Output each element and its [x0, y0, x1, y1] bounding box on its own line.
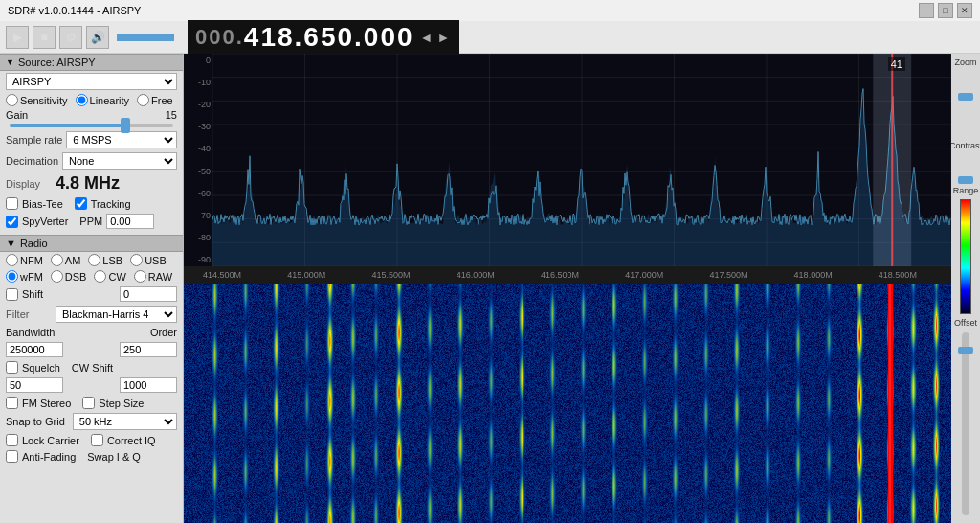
- squelch-checkbox[interactable]: [6, 361, 18, 374]
- freq-prefix: 000.: [195, 25, 244, 50]
- order-input[interactable]: [120, 342, 177, 357]
- cw-shift-label: CW Shift: [72, 362, 113, 374]
- dsb-option[interactable]: DSB: [51, 270, 87, 283]
- freq-left-arrow[interactable]: ◄: [420, 30, 435, 45]
- source-select[interactable]: AIRSPY: [6, 73, 177, 90]
- fm-stereo-label: FM Stereo: [22, 398, 71, 409]
- lock-carrier-checkbox[interactable]: [6, 434, 18, 446]
- play-button[interactable]: ▶: [6, 26, 29, 49]
- free-option[interactable]: Free: [137, 94, 173, 106]
- radio-title: Radio: [20, 238, 48, 249]
- freq-tick-6: 417.500M: [709, 270, 747, 280]
- anti-fading-row: Anti-Fading Swap I & Q: [0, 448, 183, 465]
- db-80: -80: [184, 233, 212, 242]
- contrast-label: Contrast: [949, 141, 980, 151]
- offset-slider[interactable]: [962, 332, 969, 515]
- tracking-checkbox[interactable]: [75, 197, 87, 210]
- window-controls: ─ □ ✕: [919, 3, 972, 18]
- close-button[interactable]: ✕: [957, 3, 972, 18]
- raw-option[interactable]: RAW: [134, 270, 172, 283]
- waterfall-area[interactable]: [184, 284, 951, 523]
- offset-thumb[interactable]: [958, 347, 973, 354]
- source-section-header[interactable]: ▼ Source: AIRSPY: [0, 54, 183, 71]
- db-0: 0: [184, 56, 212, 65]
- snap-row: Snap to Grid 50 kHz 1 kHz 5 kHz 10 kHz 1…: [0, 411, 183, 432]
- bias-tee-checkbox[interactable]: [6, 197, 18, 210]
- db-90: -90: [184, 255, 212, 264]
- filter-select[interactable]: Blackman-Harris 4 Hamming Hann: [56, 306, 177, 323]
- minimize-button[interactable]: ─: [919, 3, 934, 18]
- anti-fading-checkbox[interactable]: [6, 450, 18, 463]
- freq-right-arrow[interactable]: ►: [436, 30, 452, 45]
- restore-button[interactable]: □: [938, 3, 953, 18]
- wfm-option[interactable]: wFM: [6, 270, 43, 283]
- lock-correct-row: Lock Carrier Correct IQ: [0, 432, 183, 448]
- gain-slider-container: [0, 122, 183, 129]
- stop-button[interactable]: ■: [33, 26, 56, 49]
- bias-tee-row: Bias-Tee Tracking: [0, 195, 183, 212]
- decimation-label: Decimation: [6, 155, 58, 167]
- freq-tick-8: 418.500M: [879, 270, 917, 280]
- step-size-checkbox[interactable]: [82, 397, 95, 409]
- raw-label: RAW: [148, 271, 172, 283]
- decimation-select[interactable]: None 2x 4x: [62, 152, 177, 170]
- spectrum-area[interactable]: 0 -10 -20 -30 -40 -50 -60 -70 -80 -90 41…: [184, 54, 951, 284]
- ppm-input[interactable]: [106, 214, 154, 229]
- sensitivity-label: Sensitivity: [20, 95, 68, 106]
- zoom-label: Zoom: [954, 57, 976, 68]
- snap-select[interactable]: 50 kHz 1 kHz 5 kHz 10 kHz 100 kHz: [73, 413, 177, 430]
- gain-slider-thumb[interactable]: [121, 118, 130, 133]
- zoom-section: Zoom: [953, 57, 978, 78]
- app-title: SDR# v1.0.0.1444 - AIRSPY: [8, 5, 141, 16]
- shift-input[interactable]: [120, 286, 177, 302]
- waterfall-canvas: [184, 284, 951, 523]
- range-label: Range: [953, 186, 979, 196]
- swap-iq-label: Swap I & Q: [87, 451, 141, 463]
- audio-button[interactable]: 🔊: [86, 26, 109, 49]
- lsb-option[interactable]: LSB: [88, 254, 122, 266]
- db-70: -70: [184, 211, 212, 220]
- squelch-input[interactable]: [6, 377, 63, 393]
- decimation-row: Decimation None 2x 4x: [0, 150, 183, 171]
- fm-stereo-checkbox[interactable]: [6, 397, 18, 409]
- sample-rate-label: Sample rate: [6, 134, 62, 146]
- contrast-thumb[interactable]: [958, 176, 973, 184]
- nfm-label: NFM: [20, 255, 43, 266]
- shift-checkbox[interactable]: [6, 288, 18, 301]
- db-60: -60: [184, 189, 212, 198]
- mode-row2: wFM DSB CW RAW: [0, 268, 183, 284]
- contrast-section: Contrast: [953, 141, 978, 161]
- sensitivity-option[interactable]: Sensitivity: [6, 94, 68, 106]
- freq-tick-5: 417.000M: [625, 270, 663, 280]
- bandwidth-input[interactable]: [6, 342, 63, 357]
- am-label: AM: [65, 255, 81, 266]
- zoom-thumb[interactable]: [958, 93, 973, 101]
- cw-shift-input[interactable]: [120, 377, 177, 393]
- left-panel: ▼ Source: AIRSPY AIRSPY Sensitivity Line…: [0, 54, 184, 523]
- toolbar-slider[interactable]: [117, 34, 174, 41]
- mode-row1: NFM AM LSB USB: [0, 252, 183, 268]
- tuner-mode-group: Sensitivity Linearity Free: [0, 92, 183, 108]
- offset-label: Offset: [954, 318, 977, 329]
- gain-slider-track[interactable]: [10, 124, 173, 127]
- correct-iq-checkbox[interactable]: [91, 434, 103, 446]
- source-select-row: AIRSPY: [0, 71, 183, 92]
- lock-carrier-label: Lock Carrier: [22, 435, 79, 446]
- am-option[interactable]: AM: [51, 254, 81, 266]
- settings-button[interactable]: ⚙: [59, 26, 82, 49]
- spectrum-freq-axis: 414.500M 415.000M 415.500M 416.000M 416.…: [184, 266, 951, 284]
- bandwidth-label: Bandwidth: [6, 327, 55, 338]
- tracking-label: Tracking: [91, 198, 131, 210]
- nfm-option[interactable]: NFM: [6, 254, 43, 266]
- bw-order-values: [0, 340, 183, 359]
- spyverter-checkbox[interactable]: [6, 216, 18, 228]
- cw-option[interactable]: CW: [94, 270, 125, 283]
- usb-option[interactable]: USB: [130, 254, 167, 266]
- db-40: -40: [184, 144, 212, 153]
- spyverter-label: SpyVerter: [22, 216, 68, 227]
- cw-label: CW: [108, 271, 125, 283]
- radio-section-header[interactable]: ▼ Radio: [0, 235, 183, 252]
- ppm-label: PPM: [79, 216, 102, 227]
- linearity-option[interactable]: Linearity: [76, 94, 130, 106]
- sample-rate-select[interactable]: 6 MSPS 3 MSPS 2.5 MSPS: [66, 131, 177, 148]
